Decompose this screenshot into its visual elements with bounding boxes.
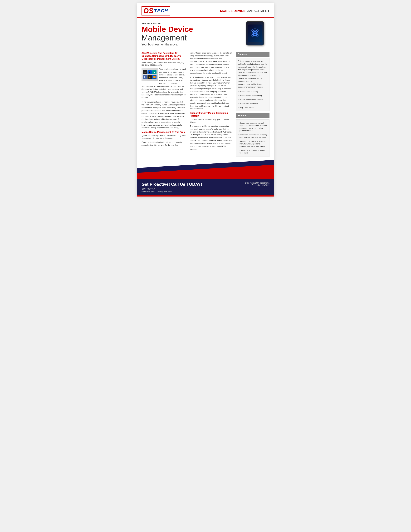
center-subtitle-3: DS Tech has a solution for any type of m… (190, 118, 233, 124)
benefits-heading: Benefits (238, 114, 268, 117)
feature-item-1: Mobile Asset Inventory (238, 90, 267, 94)
header-title: MOBILE DEVICE MANAGEMENT (220, 9, 270, 13)
header-title-highlight: MOBILE DEVICE (220, 9, 245, 13)
features-list-container: IT departments everywhere are looking fo… (236, 58, 270, 111)
hero-subtitle: Your business, on the move. (141, 43, 237, 46)
footer-right: 1431 North 26th Street #101 Escanaba, MI… (245, 182, 270, 186)
service-brief: SERVICE BRIEF (141, 22, 237, 25)
icon-cell-1: ✉ (143, 70, 147, 74)
benefit-item-1: Secure your business network against pot… (238, 121, 267, 133)
benefit-item-3: Support for a variety of devices, manufa… (238, 139, 267, 149)
bottom-wave (137, 160, 274, 179)
footer-web-email: www.dstech.net | sales@dstech.net (141, 190, 202, 193)
mobile-icons-image: ✉ 📱 ☁ ⚙ 🔒 📶 (141, 68, 158, 81)
benefit-item-4: Enables permissions on a per-user basis (238, 149, 267, 155)
benefits-list-container: Secure your business network against pot… (236, 119, 270, 157)
icon-grid: ✉ 📱 ☁ ⚙ 🔒 📶 (142, 69, 158, 80)
logo-d: D (144, 7, 149, 14)
footer: Get Proactive! Call Us TODAY! (906) 786-… (137, 179, 274, 195)
benefits-ul: Secure your business network against pot… (238, 121, 267, 155)
hero-section: SERVICE BRIEF Mobile Device Management Y… (137, 18, 274, 46)
features-box: Features (236, 52, 270, 57)
logo-area: D S TECH (141, 6, 170, 16)
left-body-3: Enterprise tablet adoption is estimated … (141, 141, 187, 147)
features-heading: Features (238, 53, 268, 56)
logo-tech: TECH (154, 9, 168, 13)
benefit-item-2: Decreased spending on company devices to… (238, 133, 267, 139)
header: D S TECH MOBILE DEVICE MANAGEMENT (137, 3, 274, 18)
footer-website: www.dstech.net (141, 190, 155, 193)
center-body-2: You'll do about anything to keep your ne… (190, 76, 233, 110)
footer-content: Get Proactive! Call Us TODAY! (906) 786-… (141, 182, 270, 193)
phone-screen (248, 25, 262, 42)
icon-cell-5: 🔒 (148, 75, 152, 79)
features-ul: Mobile Asset Inventory Mobile Device Pro… (238, 90, 267, 110)
footer-phone: (906) 786-0057 (141, 188, 202, 190)
hero-title-rest: Management (141, 34, 187, 42)
icon-cell-2: 📱 (148, 70, 152, 74)
page: D S TECH MOBILE DEVICE MANAGEMENT SERVIC… (137, 3, 274, 197)
feature-item-3: Mobile Software Distribution (238, 98, 267, 102)
footer-cta: Get Proactive! Call Us TODAY! (141, 182, 202, 187)
service-rest: BRIEF (152, 22, 161, 25)
left-heading-1: Start Widening The Perimeters Of Busines… (141, 52, 187, 60)
hero-title: Mobile Device Management (141, 25, 237, 42)
hero-text: SERVICE BRIEF Mobile Device Management Y… (141, 22, 237, 46)
hero-title-highlight: Mobile Device (141, 25, 193, 34)
features-intro: IT departments everywhere are looking fo… (238, 60, 267, 88)
footer-left: Get Proactive! Call Us TODAY! (906) 786-… (141, 182, 202, 193)
left-body-2: In the past, some larger companies have … (141, 101, 187, 129)
right-column: Features IT departments everywhere are l… (236, 52, 270, 157)
benefits-box: Benefits (236, 113, 270, 118)
center-heading-3: Support For Any Mobile Computing Platfor… (190, 112, 233, 117)
left-column: Start Widening The Perimeters Of Busines… (141, 52, 187, 157)
feature-item-4: Mobile Data Protection (238, 102, 267, 106)
left-heading-2: Mobile Device Management By The Pros (141, 131, 187, 133)
svg-rect-4 (255, 35, 255, 36)
center-body-1: years. Clearly larger companies see the … (190, 52, 233, 75)
left-subtitle-2: Ignore this booming trend in mobile comp… (141, 134, 187, 140)
icon-cell-6: 📶 (152, 75, 157, 79)
header-title-rest: MANAGEMENT (245, 9, 270, 13)
left-body-1-container: ✉ 📱 ☁ ⚙ 🔒 📶 Your employees all carry aro… (141, 68, 187, 101)
service-bold: SERVICE (141, 22, 152, 25)
center-column: years. Clearly larger companies see the … (190, 52, 233, 157)
icon-cell-3: ☁ (152, 70, 157, 74)
logo-s: S (149, 7, 153, 14)
center-body-3: There are many different operating syste… (190, 125, 233, 151)
left-subtitle-1: Make use of your mobile devices without … (141, 61, 187, 66)
svg-point-3 (254, 34, 256, 35)
footer-address-1: 1431 North 26th Street #101 (245, 182, 270, 184)
logo-box: D S TECH (141, 6, 170, 16)
phone-device (246, 21, 264, 46)
footer-red-stripe (137, 195, 274, 197)
lock-icon (250, 28, 260, 39)
main-content: Start Widening The Perimeters Of Busines… (137, 48, 274, 157)
footer-email: sales@dstech.net (157, 190, 172, 193)
footer-address-2: Escanaba, MI 49829 (245, 184, 270, 186)
feature-item-2: Mobile Device Provisioning (238, 94, 267, 98)
hero-phone-graphic (241, 20, 270, 46)
wave-svg (137, 160, 274, 179)
feature-item-5: Help Desk Support (238, 106, 267, 110)
icon-cell-4: ⚙ (143, 75, 147, 79)
